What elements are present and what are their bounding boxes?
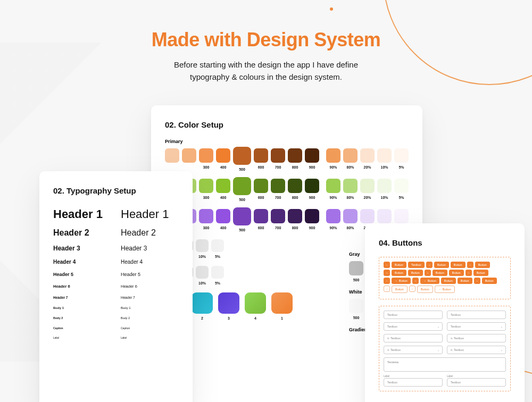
color-swatch: 800 — [288, 179, 302, 199]
textbox-icon-dropdown[interactable]: ⎋Textbox⌄ — [384, 346, 443, 354]
example-button[interactable]: Button — [475, 262, 490, 268]
example-button[interactable]: → — [426, 262, 433, 268]
textbox-input[interactable]: Textbox — [447, 311, 506, 319]
example-button[interactable]: →Button — [392, 278, 411, 284]
textbox-icon-input[interactable]: ⎋Textbox — [384, 334, 443, 342]
gradient-swatch: 1 — [271, 292, 293, 320]
example-button[interactable]: → — [384, 278, 390, 284]
example-button[interactable]: Button — [392, 270, 406, 276]
example-button[interactable]: Button — [458, 278, 472, 284]
color-swatch: 20% — [360, 179, 375, 199]
color-card-title: 02. Color Setup — [165, 120, 409, 129]
example-button[interactable]: → — [412, 278, 419, 284]
header-5: Header 5 — [121, 269, 179, 280]
color-swatch: 10% — [377, 179, 392, 199]
example-button[interactable]: → — [384, 286, 390, 292]
example-button[interactable]: → — [425, 270, 431, 276]
example-button[interactable]: Button — [434, 262, 449, 268]
color-swatch: 700 — [271, 179, 285, 199]
typography-setup-card: 02. Typography Setup Header 1 Header 2 H… — [39, 171, 193, 402]
arrow-right-icon: → — [411, 287, 413, 290]
color-swatch: 80% — [343, 179, 358, 199]
color-swatch: 500 — [233, 179, 251, 202]
color-swatch: 5% — [394, 148, 409, 169]
textbox-dropdown[interactable]: Textbox⌄ — [384, 322, 443, 331]
color-swatch: 500 — [233, 148, 251, 171]
labeled-textbox[interactable]: Textbox — [447, 378, 506, 387]
example-button[interactable]: Button — [392, 286, 408, 293]
color-swatch: 900 — [305, 148, 319, 169]
example-button[interactable]: →Button — [420, 278, 439, 284]
arrow-right-icon: → — [395, 279, 397, 282]
header-5-bold: Header 5 — [53, 269, 111, 280]
example-button[interactable]: → — [384, 270, 390, 276]
typography-bold-column: Header 1 Header 2 Header 3 Header 4 Head… — [53, 205, 111, 342]
example-button[interactable]: Button — [433, 270, 447, 276]
color-swatch: 90% — [326, 179, 340, 199]
field-label: Label — [384, 375, 443, 378]
color-swatch: 5% — [211, 266, 224, 285]
color-swatch: 300 — [199, 148, 213, 169]
example-button[interactable]: → — [466, 270, 472, 276]
color-swatch: 900 — [305, 179, 319, 199]
header-3-bold: Header 3 — [53, 242, 111, 255]
buttons-card: 04. Buttons →ButtonTextbox→ButtonButton→… — [365, 223, 525, 402]
color-swatch: 600 — [254, 148, 268, 169]
example-button[interactable]: Button — [392, 262, 406, 268]
example-button[interactable]: Button — [451, 262, 466, 268]
caption: Caption — [121, 324, 179, 332]
arrow-right-icon: → — [476, 279, 478, 282]
example-button[interactable]: → — [467, 262, 473, 268]
header-6-bold: Header 6 — [53, 281, 111, 291]
arrow-right-icon: → — [428, 263, 430, 266]
chevron-down-icon: ⌄ — [501, 348, 503, 351]
textbox-dropdown[interactable]: Textbox⌄ — [447, 322, 506, 331]
color-swatch: 800 — [288, 209, 302, 230]
color-swatch: 600 — [254, 209, 268, 230]
color-swatch: 800 — [288, 148, 302, 169]
color-swatch: 500 — [349, 261, 363, 282]
color-swatch: 900 — [305, 209, 319, 230]
example-button[interactable]: Button — [449, 270, 464, 276]
decorative-dot — [330, 7, 333, 11]
example-button[interactable]: → — [474, 278, 480, 284]
gradient-swatch: 4 — [245, 292, 266, 320]
arrow-right-icon: → — [469, 263, 471, 266]
button-group-solid: →ButtonTextbox→ButtonButton→Button →Butt… — [379, 257, 511, 299]
textarea-input[interactable]: Textarea — [384, 357, 506, 372]
example-button[interactable]: Button — [482, 278, 497, 284]
textbox-icon-dropdown[interactable]: ⎋Textbox⌄ — [447, 346, 506, 354]
example-button[interactable]: →Button — [435, 286, 455, 293]
labeled-textbox[interactable]: Textbox — [384, 378, 443, 387]
header-2-bold: Header 2 — [53, 225, 111, 240]
buttons-card-title: 04. Buttons — [379, 238, 511, 247]
textbox-input[interactable]: Textbox — [384, 311, 443, 319]
color-swatch: 500 — [233, 209, 251, 232]
example-button[interactable]: Button — [441, 278, 456, 284]
primary-label: Primary — [165, 139, 409, 144]
body-1: Body 1 — [121, 304, 179, 312]
color-swatch: 20% — [360, 148, 375, 169]
header-1: Header 1 — [121, 205, 179, 224]
example-button[interactable]: Button — [408, 270, 423, 276]
swatch-row: 30040050060070080090090%80%20%10%5% — [165, 179, 409, 202]
color-swatch: 400 — [216, 148, 230, 169]
arrow-right-icon: → — [386, 287, 388, 290]
example-button[interactable]: Textbox — [408, 262, 425, 268]
user-icon: ⎋ — [387, 348, 389, 351]
textbox-icon-input[interactable]: ⎋Textbox — [447, 334, 506, 342]
example-button[interactable]: Button — [417, 286, 433, 293]
example-button[interactable]: → — [409, 286, 415, 292]
color-swatch: 10% — [377, 148, 392, 169]
example-button[interactable]: → — [384, 262, 390, 268]
color-swatch: 10% — [196, 266, 209, 285]
color-swatch: 5% — [211, 239, 224, 258]
arrow-right-icon: → — [438, 288, 441, 291]
body-2-bold: Body 2 — [53, 314, 111, 322]
body-2: Body 2 — [121, 314, 179, 322]
color-swatch — [182, 148, 196, 163]
example-button[interactable]: Button — [473, 270, 488, 276]
arrow-right-icon: → — [386, 263, 388, 266]
arrow-right-icon: → — [426, 271, 429, 274]
color-swatch: 80% — [343, 209, 358, 230]
